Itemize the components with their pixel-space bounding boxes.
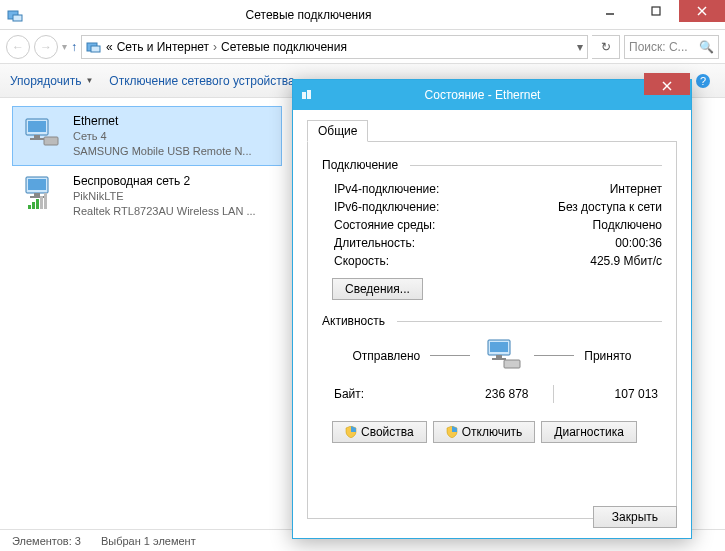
breadcrumb-part2[interactable]: Сетевые подключения [221,40,347,54]
connection-network: Сеть 4 [73,129,273,144]
speed-value: 425.9 Мбит/с [590,254,662,268]
window-icon [0,7,30,23]
ipv4-value: Интернет [610,182,662,196]
connection-title: Ethernet [73,113,273,129]
details-button[interactable]: Сведения... [332,278,423,300]
activity-sent-label: Отправлено [353,349,421,363]
status-selected: Выбран 1 элемент [101,535,196,547]
maximize-button[interactable] [633,0,679,22]
ipv6-label: IPv6-подключение: [334,200,439,214]
svg-rect-15 [28,121,46,132]
connection-adapter: Realtek RTL8723AU Wireless LAN ... [73,204,273,219]
ipv4-label: IPv4-подключение: [334,182,439,196]
connection-adapter: SAMSUNG Mobile USB Remote N... [73,144,273,159]
svg-rect-16 [34,135,40,138]
tab-general[interactable]: Общие [307,120,368,142]
status-dialog: Состояние - Ethernet Общие Подключение I… [292,79,692,539]
svg-rect-20 [28,179,46,190]
window-titlebar: Сетевые подключения [0,0,725,30]
connection-item-wireless[interactable]: Беспроводная сеть 2 PikNikLTE Realtek RT… [12,166,282,226]
dialog-titlebar[interactable]: Состояние - Ethernet [293,80,691,110]
media-value: Подключено [593,218,662,232]
refresh-button[interactable]: ↻ [592,35,620,59]
wifi-icon [21,173,63,213]
svg-rect-21 [34,193,40,196]
svg-rect-27 [44,193,47,209]
svg-rect-3 [652,7,660,15]
media-label: Состояние среды: [334,218,435,232]
breadcrumb-dropdown[interactable]: ▾ [577,40,583,54]
recent-dropdown[interactable]: ▾ [62,41,67,52]
window-title: Сетевые подключения [30,8,587,22]
status-item-count: Элементов: 3 [12,535,81,547]
properties-button[interactable]: Свойства [332,421,427,443]
close-dialog-button[interactable]: Закрыть [593,506,677,528]
organize-menu[interactable]: Упорядочить▼ [10,74,93,88]
forward-button[interactable]: → [34,35,58,59]
disable-button[interactable]: Отключить [433,421,536,443]
breadcrumb-prefix: « [106,40,113,54]
breadcrumb-part1[interactable]: Сеть и Интернет [117,40,209,54]
up-button[interactable]: ↑ [71,40,77,54]
folder-icon [86,40,102,54]
connection-item-ethernet[interactable]: Ethernet Сеть 4 SAMSUNG Mobile USB Remot… [12,106,282,166]
connection-network: PikNikLTE [73,189,273,204]
svg-rect-29 [307,90,311,99]
svg-rect-34 [496,355,502,358]
shield-icon [446,426,458,438]
breadcrumb-sep: › [213,40,217,54]
activity-recv-label: Принято [584,349,631,363]
search-icon: 🔍 [699,40,714,54]
speed-label: Скорость: [334,254,389,268]
tab-panel: Подключение IPv4-подключение:Интернет IP… [307,141,677,519]
group-connection-label: Подключение [322,158,404,172]
ipv6-value: Без доступа к сети [558,200,662,214]
svg-rect-17 [30,138,44,140]
svg-rect-33 [490,342,508,352]
svg-text:?: ? [700,75,706,87]
breadcrumb[interactable]: « Сеть и Интернет › Сетевые подключения … [81,35,588,59]
search-placeholder: Поиск: С... [629,40,688,54]
duration-label: Длительность: [334,236,415,250]
svg-rect-23 [28,205,31,209]
back-button[interactable]: ← [6,35,30,59]
minimize-button[interactable] [587,0,633,22]
help-button[interactable]: ? [691,69,715,93]
bytes-label: Байт: [334,387,424,401]
bytes-recv: 107 013 [554,387,659,401]
svg-rect-36 [504,360,520,368]
disable-device-button[interactable]: Отключение сетевого устройства [109,74,294,88]
nav-bar: ← → ▾ ↑ « Сеть и Интернет › Сетевые подк… [0,30,725,64]
dialog-icon [293,88,321,102]
activity-icon [480,336,524,375]
dialog-title: Состояние - Ethernet [321,88,644,102]
svg-rect-1 [13,15,22,21]
shield-icon [345,426,357,438]
dialog-close-button[interactable] [644,73,690,95]
svg-rect-35 [492,358,506,360]
duration-value: 00:00:36 [615,236,662,250]
close-button[interactable] [679,0,725,22]
svg-rect-28 [302,92,306,99]
svg-rect-25 [36,199,39,209]
svg-rect-18 [44,137,58,145]
svg-rect-24 [32,202,35,209]
connection-title: Беспроводная сеть 2 [73,173,273,189]
ethernet-icon [21,113,63,153]
diagnose-button[interactable]: Диагностика [541,421,637,443]
svg-rect-26 [40,196,43,209]
search-input[interactable]: Поиск: С... 🔍 [624,35,719,59]
bytes-sent: 236 878 [424,387,553,401]
svg-rect-7 [91,46,100,52]
group-activity-label: Активность [322,314,391,328]
